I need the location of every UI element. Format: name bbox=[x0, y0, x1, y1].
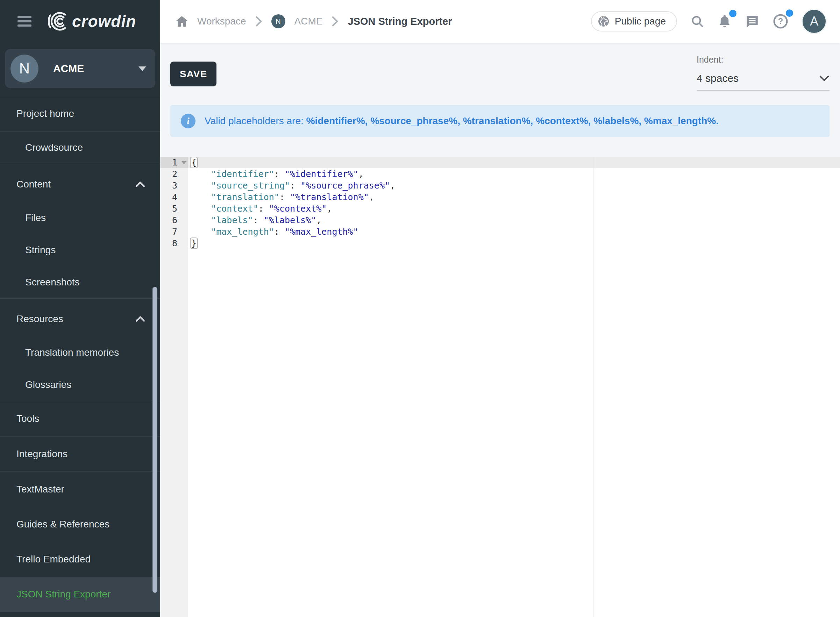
line-number: 2 bbox=[160, 169, 188, 179]
sidebar-item-files[interactable]: Files bbox=[0, 202, 160, 234]
messages-icon[interactable] bbox=[745, 14, 760, 29]
main-content: SAVE Indent: 4 spaces i Valid placeholde… bbox=[160, 43, 840, 617]
code-line-text: { bbox=[188, 157, 198, 168]
sidebar-item-guides-references[interactable]: Guides & References bbox=[0, 507, 160, 542]
sidebar-item-label: TextMaster bbox=[16, 484, 150, 495]
app-window: crowdin N ACME Project homeCrowdsourceCo… bbox=[0, 0, 840, 617]
sidebar-item-label: Integrations bbox=[16, 449, 150, 460]
sidebar: crowdin N ACME Project homeCrowdsourceCo… bbox=[0, 0, 160, 617]
code-lines: 1{2 "identifier": "%identifier%",3 "sour… bbox=[160, 157, 840, 249]
code-line-6[interactable]: 6 "labels": "%labels%", bbox=[160, 214, 840, 226]
chevron-up-icon bbox=[135, 181, 146, 187]
sidebar-item-project-home[interactable]: Project home bbox=[0, 96, 160, 131]
code-line-8[interactable]: 8} bbox=[160, 238, 840, 249]
sidebar-item-label: Glossaries bbox=[25, 379, 150, 390]
sidebar-scrollbar[interactable] bbox=[152, 287, 158, 593]
line-number: 5 bbox=[160, 204, 188, 214]
crowdin-logo[interactable]: crowdin bbox=[47, 11, 136, 31]
indent-control: Indent: 4 spaces bbox=[697, 55, 830, 91]
code-line-text: "context": "%context%", bbox=[188, 204, 332, 214]
chevron-down-icon bbox=[819, 75, 830, 82]
sidebar-item-translation-memories[interactable]: Translation memories bbox=[0, 337, 160, 369]
code-line-text: "translation": "%translation%", bbox=[188, 192, 374, 202]
chevron-right-icon bbox=[255, 16, 262, 27]
crowdin-logo-icon bbox=[47, 11, 69, 31]
sidebar-item-label: Guides & References bbox=[16, 519, 150, 530]
breadcrumb-project[interactable]: ACME bbox=[295, 16, 323, 27]
sidebar-item-resources[interactable]: Resources bbox=[0, 301, 160, 337]
line-number: 6 bbox=[160, 215, 188, 225]
sidebar-item-json-string-exporter[interactable]: JSON String Exporter bbox=[0, 577, 160, 612]
chevron-up-icon bbox=[135, 316, 146, 322]
header-actions: Public page bbox=[591, 9, 840, 34]
search-icon[interactable] bbox=[690, 14, 704, 28]
info-icon: i bbox=[181, 114, 196, 128]
sidebar-item-label: Tools bbox=[16, 413, 150, 424]
home-icon[interactable] bbox=[175, 15, 188, 27]
project-name: ACME bbox=[53, 63, 139, 74]
code-line-3[interactable]: 3 "source_string": "%source_phrase%", bbox=[160, 180, 840, 191]
sidebar-item-label: Screenshots bbox=[25, 277, 150, 288]
chevron-right-icon bbox=[332, 16, 339, 27]
sidebar-item-screenshots[interactable]: Screenshots bbox=[0, 266, 160, 298]
sidebar-item-strings[interactable]: Strings bbox=[0, 234, 160, 266]
line-number: 3 bbox=[160, 180, 188, 190]
sidebar-item-project-settings[interactable]: Project settings bbox=[0, 612, 160, 617]
indent-selected-value: 4 spaces bbox=[697, 72, 819, 84]
user-avatar[interactable]: A bbox=[802, 9, 827, 34]
crowdin-logo-text: crowdin bbox=[72, 12, 136, 31]
svg-text:?: ? bbox=[778, 16, 783, 26]
save-button[interactable]: SAVE bbox=[170, 62, 217, 86]
line-number: 7 bbox=[160, 227, 188, 237]
chevron-down-icon bbox=[139, 66, 146, 71]
code-line-7[interactable]: 7 "max_length": "%max_length%" bbox=[160, 226, 840, 238]
sidebar-item-label: Files bbox=[25, 212, 150, 223]
sidebar-item-content[interactable]: Content bbox=[0, 166, 160, 202]
notification-dot bbox=[729, 10, 737, 17]
breadcrumb-project-avatar: N bbox=[271, 14, 285, 28]
page-title: JSON String Exporter bbox=[348, 16, 452, 27]
code-line-1[interactable]: 1{ bbox=[160, 157, 840, 168]
code-line-text: "max_length": "%max_length%" bbox=[188, 227, 358, 237]
sidebar-nav: Project homeCrowdsourceContentFilesStrin… bbox=[0, 96, 160, 617]
sidebar-item-textmaster[interactable]: TextMaster bbox=[0, 472, 160, 507]
sidebar-item-glossaries[interactable]: Glossaries bbox=[0, 369, 160, 401]
globe-icon bbox=[597, 15, 610, 28]
sidebar-item-label: Strings bbox=[25, 245, 150, 256]
help-notification-dot bbox=[786, 9, 793, 17]
info-banner: i Valid placeholders are: %identifier%, … bbox=[170, 105, 830, 137]
public-page-label: Public page bbox=[615, 16, 666, 27]
sidebar-header: crowdin bbox=[0, 0, 160, 43]
help-icon[interactable]: ? bbox=[773, 14, 788, 29]
sidebar-item-label: Translation memories bbox=[25, 347, 150, 358]
top-header: Workspace N ACME JSON String Exporter bbox=[160, 0, 840, 43]
fold-caret-icon[interactable] bbox=[181, 161, 186, 164]
code-line-text: "source_string": "%source_phrase%", bbox=[188, 180, 395, 190]
sidebar-item-label: Project home bbox=[16, 108, 150, 119]
indent-label: Indent: bbox=[697, 55, 830, 65]
line-number: 4 bbox=[160, 192, 188, 202]
sidebar-item-integrations[interactable]: Integrations bbox=[0, 437, 160, 471]
line-number: 8 bbox=[160, 238, 188, 248]
code-editor[interactable]: 1{2 "identifier": "%identifier%",3 "sour… bbox=[160, 157, 840, 617]
breadcrumb: Workspace N ACME JSON String Exporter bbox=[160, 14, 591, 28]
code-line-5[interactable]: 5 "context": "%context%", bbox=[160, 203, 840, 214]
line-number: 1 bbox=[160, 157, 188, 168]
code-line-4[interactable]: 4 "translation": "%translation%", bbox=[160, 191, 840, 203]
indent-select[interactable]: 4 spaces bbox=[697, 72, 830, 91]
code-line-2[interactable]: 2 "identifier": "%identifier%", bbox=[160, 168, 840, 180]
sidebar-item-label: JSON String Exporter bbox=[16, 589, 150, 600]
sidebar-item-crowdsource[interactable]: Crowdsource bbox=[0, 131, 160, 164]
project-switcher[interactable]: N ACME bbox=[5, 49, 155, 88]
sidebar-item-trello-embedded[interactable]: Trello Embedded bbox=[0, 542, 160, 577]
sidebar-item-label: Resources bbox=[16, 313, 135, 325]
breadcrumb-workspace[interactable]: Workspace bbox=[197, 16, 246, 27]
sidebar-item-label: Crowdsource bbox=[25, 142, 150, 153]
sidebar-separator bbox=[0, 298, 160, 299]
public-page-button[interactable]: Public page bbox=[591, 11, 677, 31]
hamburger-menu-icon[interactable] bbox=[18, 16, 31, 27]
notifications-bell-icon[interactable] bbox=[718, 14, 732, 29]
sidebar-item-label: Trello Embedded bbox=[16, 554, 150, 565]
sidebar-item-tools[interactable]: Tools bbox=[0, 401, 160, 436]
sidebar-separator bbox=[0, 164, 160, 164]
